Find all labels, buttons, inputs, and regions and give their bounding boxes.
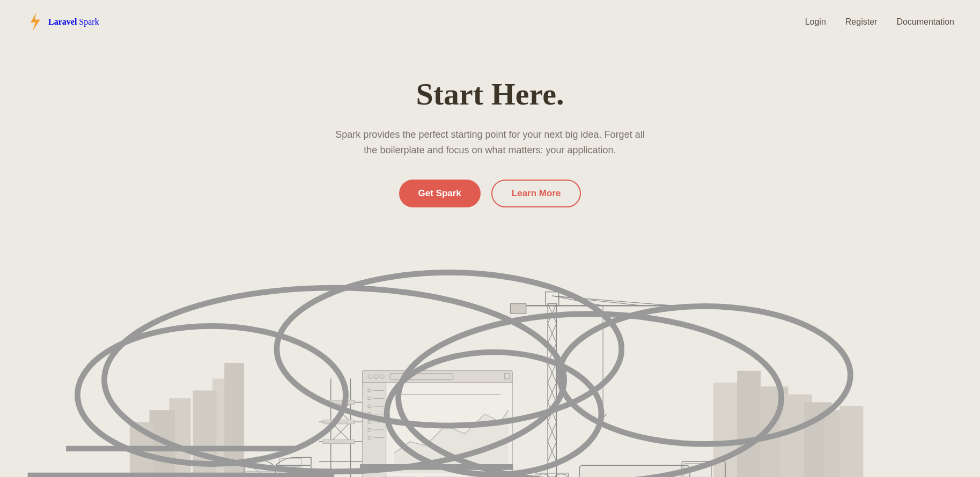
nav-documentation[interactable]: Documentation [896, 17, 954, 27]
hero-section: Start Here. Spark provides the perfect s… [0, 44, 980, 207]
svg-point-9 [77, 326, 345, 464]
hero-headline: Start Here. [11, 76, 969, 112]
hero-subheadline: Spark provides the perfect starting poin… [335, 127, 646, 158]
get-spark-button[interactable]: Get Spark [399, 180, 481, 207]
nav-login[interactable]: Login [805, 17, 826, 27]
cloud-right-icon [0, 234, 863, 477]
navbar: Laravel Spark Login Register Documentati… [0, 0, 980, 44]
svg-marker-0 [31, 13, 40, 31]
hero-illustration [0, 229, 980, 477]
spark-bolt-icon [26, 12, 43, 32]
svg-point-8 [277, 272, 622, 426]
learn-more-button[interactable]: Learn More [491, 180, 581, 207]
logo-text: Laravel Spark [48, 17, 99, 27]
nav-register[interactable]: Register [845, 17, 878, 27]
svg-point-7 [104, 288, 564, 472]
hero-buttons: Get Spark Learn More [11, 180, 969, 207]
logo-link[interactable]: Laravel Spark [26, 12, 99, 32]
nav-links: Login Register Documentation [805, 17, 954, 27]
